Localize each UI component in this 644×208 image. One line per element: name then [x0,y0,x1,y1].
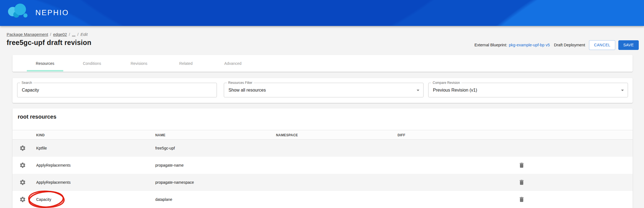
arrow-drop-down-icon[interactable] [415,87,421,94]
delete-resource-button[interactable] [518,196,525,203]
settings-gear-icon [19,145,26,151]
search-field: Search [17,83,217,97]
compare-revision-label: Compare Revision [431,81,461,85]
table-row-kptfile[interactable]: Kptfile free5gc-upf [12,140,633,157]
breadcrumb: Package Management / edge02 / ... / Edit [7,32,91,37]
active-tab-indicator [27,70,63,71]
tab-conditions[interactable]: Conditions [74,55,110,72]
tab-revisions[interactable]: Revisions [121,55,157,72]
resources-filter-value: Show all resources [228,88,266,93]
page-title: free5gc-upf draft revision [7,39,91,47]
external-blueprint-link[interactable]: pkg-example-upf-bp v5 [509,43,550,47]
nephio-package-editor: NEPHIO Package Management / edge02 / ...… [0,0,644,208]
breadcrumb-separator: / [77,32,78,37]
resources-card: root resources KIND NAME NAMESPACE DIFF … [12,108,633,208]
tabs-bar: Resources Conditions Revisions Related A… [12,55,633,72]
column-header-name: NAME [155,130,165,140]
tab-advanced[interactable]: Advanced [215,55,251,72]
column-header-diff: DIFF [398,130,405,140]
nephio-logo[interactable]: NEPHIO [6,2,69,22]
external-blueprint-label: External Blueprint: [474,43,507,47]
delete-resource-button[interactable] [518,162,525,169]
search-input[interactable] [17,83,217,97]
arrow-drop-down-icon[interactable] [619,87,626,94]
page-header: Package Management / edge02 / ... / Edit… [7,32,91,47]
cell-kind: ApplyReplacements [36,180,71,185]
filters-bar: Search Resources Filter Show all resourc… [12,78,633,103]
settings-gear-icon [19,162,26,169]
section-title: root resources [18,114,56,120]
header-actions: External Blueprint: pkg-example-upf-bp v… [474,40,639,50]
tab-resources[interactable]: Resources [27,55,63,72]
breadcrumb-separator: / [69,32,70,37]
logo-wordmark: NEPHIO [35,9,69,17]
save-button[interactable]: SAVE [618,40,639,50]
resources-filter-select[interactable]: Resources Filter Show all resources [224,83,424,97]
compare-revision-select[interactable]: Compare Revision Previous Revision (v1) [428,83,628,97]
compare-revision-value: Previous Revision (v1) [433,88,477,93]
breadcrumb-separator: / [50,32,51,37]
trash-icon [518,179,525,186]
table-row-propagate-name[interactable]: ApplyReplacements propagate-name [12,157,633,174]
trash-icon [518,162,525,169]
table-row-capacity[interactable]: Capacity dataplane [12,191,633,208]
settings-gear-icon [19,196,26,203]
table-header-row: KIND NAME NAMESPACE DIFF [12,130,633,140]
column-header-kind: KIND [36,130,45,140]
cancel-button[interactable]: CANCEL [589,40,615,50]
breadcrumb-link-edge02[interactable]: edge02 [53,32,67,37]
settings-gear-icon [19,179,26,186]
column-header-namespace: NAMESPACE [276,130,298,140]
breadcrumb-current-edit: Edit [80,32,88,37]
cell-name: propagate-name [155,163,184,167]
delete-resource-button[interactable] [518,179,525,186]
table-body: Kptfile free5gc-upf ApplyReplacements pr… [12,140,633,208]
breadcrumb-link-package-management[interactable]: Package Management [7,32,48,37]
cell-name: free5gc-upf [155,146,175,150]
deployment-status-label: Draft Deployment [554,43,585,47]
resources-filter-label: Resources Filter [227,81,254,85]
nephio-bubbles-icon [6,2,33,22]
tab-related[interactable]: Related [168,55,204,72]
breadcrumb-link-ellipsis[interactable]: ... [72,32,76,37]
trash-icon [518,196,525,203]
app-header: NEPHIO [0,0,644,26]
cell-kind-capacity: Capacity [36,197,51,202]
cell-name: propagate-namespace [155,180,194,185]
cell-kind: ApplyReplacements [36,163,71,167]
cell-name: dataplane [155,197,172,202]
table-row-propagate-namespace[interactable]: ApplyReplacements propagate-namespace [12,174,633,191]
cell-kind: Kptfile [36,146,47,150]
